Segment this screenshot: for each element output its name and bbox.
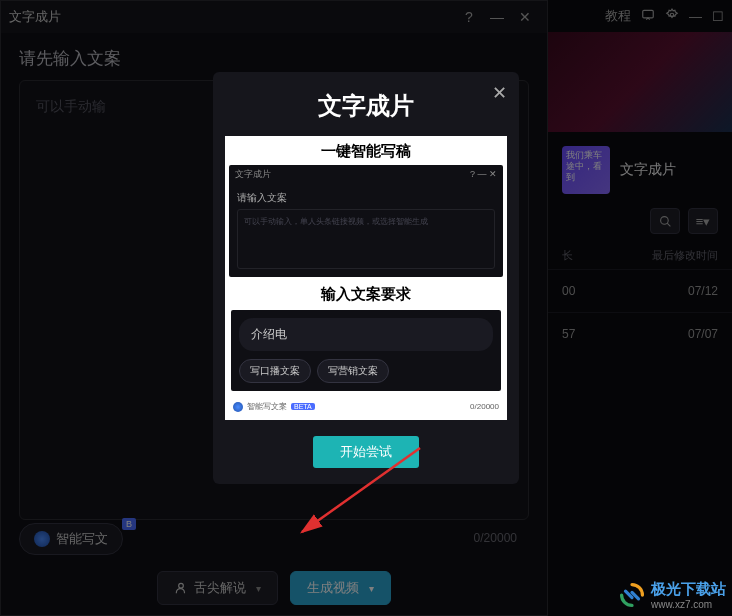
modal-close-button[interactable]: ✕ [492,82,507,104]
chevron-down-icon: ▾ [369,583,374,594]
sparkle-icon [233,402,243,412]
titlebar: 文字成片 ? — ✕ [1,1,547,33]
svg-point-3 [660,216,668,224]
watermark-url: www.xz7.com [651,599,726,610]
row-duration: 57 [562,327,575,341]
hero-banner [548,32,732,132]
mini-tag-2: 写营销文案 [317,359,389,383]
card-label: 文字成片 [620,161,676,179]
mini-titlebar: 文字成片 ? — ✕ [229,165,503,183]
row-date: 07/12 [688,284,718,298]
bottom-chip-row: 智能写文 B [19,523,123,555]
smart-write-chip[interactable]: 智能写文 B [19,523,123,555]
beta-badge: B [122,518,136,530]
mini-help-icon: ? [470,169,475,179]
modal-title: 文字成片 [213,72,519,136]
watermark: 极光下载站 www.xz7.com [619,580,726,610]
narrator-label: 舌尖解说 [194,579,246,597]
right-panel: 教程 — ☐ 我们乘车途中，看到 文字成片 ≡▾ 长 最后修改时间 00 07/… [548,0,732,616]
mini-tag-1: 写口播文案 [239,359,311,383]
placeholder-text: 可以手动输 [36,98,106,114]
mini-smart-label: 智能写文案 [247,401,287,412]
preview-heading-2: 输入文案要求 [225,277,507,308]
watermark-logo [619,582,645,608]
mini-placeholder: 可以手动输入，单人头条链接视频，或选择智能生成 [237,209,495,269]
mini-prompt: 请输入文案 [237,191,495,205]
sort-icon: ≡▾ [696,214,711,229]
narrator-select[interactable]: 舌尖解说 ▾ [157,571,278,605]
mini-minimize-icon: — [477,169,486,179]
chevron-down-icon: ▾ [256,583,261,594]
search-button[interactable] [650,208,680,234]
right-toolbar: ≡▾ [548,208,732,234]
mini-window-preview: 文字成片 ? — ✕ 请输入文案 可以手动输入，单人头条链接视频，或选择智能生成 [229,165,503,277]
window-title: 文字成片 [9,8,61,26]
tutorial-link[interactable]: 教程 [605,7,631,25]
mini-beta-badge: BETA [291,403,315,410]
intro-modal: ✕ 文字成片 一键智能写稿 文字成片 ? — ✕ 请输入文案 可以手动输入，单人… [213,72,519,484]
watermark-name: 极光下载站 [651,580,726,597]
card-thumbnail: 我们乘车途中，看到 [562,146,610,194]
row-date: 07/07 [688,327,718,341]
search-icon [659,215,672,228]
mini-close-icon: ✕ [489,169,497,179]
col-duration: 长 [562,248,573,263]
minimize-icon[interactable]: — [483,3,511,31]
svg-point-0 [179,583,184,588]
generate-label: 生成视频 [307,579,359,597]
right-titlebar: 教程 — ☐ [548,0,732,32]
list-headers: 长 最后修改时间 [548,234,732,269]
user-icon [174,581,188,595]
mini-bottom-bar: 智能写文案 BETA 0/20000 [225,397,507,416]
chat-icon[interactable] [641,8,655,25]
settings-icon[interactable] [665,8,679,25]
mini-input-frame: 介绍电 写口播文案 写营销文案 [229,308,503,393]
close-icon[interactable]: ✕ [511,3,539,31]
modal-preview: 一键智能写稿 文字成片 ? — ✕ 请输入文案 可以手动输入，单人头条链接视频，… [225,136,507,420]
col-modified: 最后修改时间 [652,248,718,263]
feature-card[interactable]: 我们乘车途中，看到 文字成片 [562,146,718,194]
generate-video-button[interactable]: 生成视频 ▾ [290,571,391,605]
svg-line-4 [667,223,670,226]
list-row[interactable]: 00 07/12 [548,269,732,312]
mini-tag-row: 写口播文案 写营销文案 [239,359,493,383]
row-duration: 00 [562,284,575,298]
start-try-button[interactable]: 开始尝试 [313,436,419,468]
sparkle-icon [34,531,50,547]
sort-button[interactable]: ≡▾ [688,208,718,234]
smart-write-label: 智能写文 [56,530,108,548]
help-icon[interactable]: ? [455,3,483,31]
svg-rect-1 [643,10,654,18]
list-row[interactable]: 57 07/07 [548,312,732,355]
char-counter: 0/20000 [474,531,517,545]
minimize-icon[interactable]: — [689,9,702,24]
mini-counter: 0/20000 [470,402,499,411]
mini-text-input: 介绍电 [239,318,493,351]
maximize-icon[interactable]: ☐ [712,9,724,24]
prompt-title: 请先输入文案 [19,47,529,70]
bottom-toolbar: 舌尖解说 ▾ 生成视频 ▾ [157,571,391,605]
mini-title: 文字成片 [235,168,271,181]
preview-heading-1: 一键智能写稿 [225,136,507,165]
